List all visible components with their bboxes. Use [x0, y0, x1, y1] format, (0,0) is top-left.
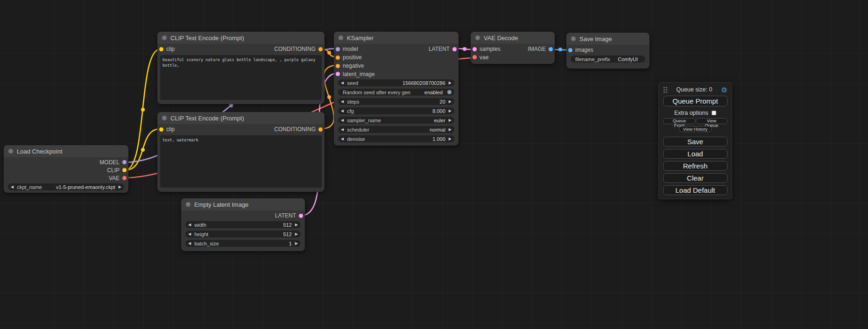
seed-widget[interactable]: ◀ seed 156680208700286 ▶ [338, 79, 454, 86]
arrow-right-icon[interactable]: ▶ [295, 223, 298, 227]
model-input-dot[interactable] [336, 47, 340, 51]
node-save-image[interactable]: Save Image images filename_prefix ComfyU… [566, 33, 649, 69]
steps-widget[interactable]: ◀ steps 20 ▶ [338, 98, 454, 105]
node-title: CLIP Text Encode (Prompt) [170, 35, 244, 42]
samples-input-dot[interactable] [473, 47, 477, 51]
load-button[interactable]: Load [663, 149, 727, 159]
latent-image-input-dot[interactable] [336, 72, 340, 76]
load-default-button[interactable]: Load Default [663, 185, 727, 195]
queue-menu-header: Queue size: 0 ⚙ [663, 86, 727, 93]
height-widget[interactable]: ◀ height 512 ▶ [185, 231, 301, 238]
view-history-button[interactable]: View History [679, 126, 712, 132]
view-queue-button[interactable]: View Queue [696, 118, 727, 124]
collapse-dot-icon[interactable] [186, 202, 191, 207]
arrow-left-icon[interactable]: ◀ [341, 100, 344, 104]
positive-prompt-textarea[interactable]: beautiful scenery nature glass bottle la… [160, 55, 322, 100]
collapse-dot-icon[interactable] [475, 35, 480, 40]
clip-output-dot[interactable] [122, 168, 127, 172]
output-slot-model: MODEL [4, 158, 128, 166]
cfg-widget[interactable]: ◀ cfg 8.000 ▶ [338, 107, 454, 114]
node-title-bar[interactable]: VAE Decode [471, 32, 555, 44]
output-slot-latent: LATENT [181, 211, 305, 220]
arrow-right-icon[interactable]: ▶ [119, 185, 121, 189]
arrow-left-icon[interactable]: ◀ [341, 128, 344, 132]
output-slot-clip: CLIP [4, 166, 128, 174]
input-slot-vae: vae [471, 53, 555, 61]
collapse-dot-icon[interactable] [8, 149, 13, 154]
input-slot-clip: clip [159, 126, 175, 133]
images-input-dot[interactable] [568, 48, 572, 52]
node-title-bar[interactable]: Save Image [566, 33, 649, 45]
conditioning-output-dot[interactable] [318, 47, 323, 51]
width-widget[interactable]: ◀ width 512 ▶ [185, 221, 301, 228]
vae-input-dot[interactable] [473, 55, 477, 59]
random-seed-toggle-widget[interactable]: Random seed after every gen enabled [338, 89, 454, 96]
arrow-right-icon[interactable]: ▶ [449, 109, 452, 113]
positive-input-dot[interactable] [336, 56, 340, 60]
arrow-right-icon[interactable]: ▶ [449, 81, 452, 85]
refresh-button[interactable]: Refresh [663, 161, 727, 171]
output-slot-image: IMAGE [528, 46, 553, 52]
arrow-left-icon[interactable]: ◀ [341, 81, 344, 85]
image-output-dot[interactable] [549, 47, 553, 51]
filename-prefix-widget[interactable]: filename_prefix ComfyUI [571, 56, 645, 63]
output-slot-conditioning: CONDITIONING [274, 46, 323, 52]
node-clip-text-encode-negative[interactable]: CLIP Text Encode (Prompt) clip CONDITION… [157, 112, 325, 192]
arrow-left-icon[interactable]: ◀ [341, 119, 344, 122]
collapse-dot-icon[interactable] [162, 35, 167, 40]
extra-options-row: Extra options [663, 110, 727, 116]
collapse-dot-icon[interactable] [162, 116, 167, 120]
batch-size-widget[interactable]: ◀ batch_size 1 ▶ [185, 240, 301, 247]
node-title-bar[interactable]: CLIP Text Encode (Prompt) [157, 32, 325, 44]
node-title-bar[interactable]: CLIP Text Encode (Prompt) [157, 112, 325, 124]
queue-prompt-button[interactable]: Queue Prompt [663, 96, 727, 106]
drag-handle-icon[interactable] [663, 86, 667, 93]
scheduler-widget[interactable]: ◀ scheduler normal ▶ [338, 126, 454, 133]
ckpt-name-widget[interactable]: ◀ ckpt_name v1-5-pruned-emaonly.ckpt ▶ [8, 183, 124, 190]
latent-output-dot[interactable] [299, 214, 303, 218]
node-vae-decode[interactable]: VAE Decode samples IMAGE vae [471, 32, 555, 64]
negative-input-dot[interactable] [336, 64, 340, 68]
negative-prompt-textarea[interactable]: text, watermark [160, 135, 322, 188]
node-load-checkpoint[interactable]: Load Checkpoint MODEL CLIP VAE ◀ ckpt_na… [4, 145, 128, 193]
arrow-left-icon[interactable]: ◀ [341, 137, 344, 141]
model-output-dot[interactable] [122, 160, 127, 164]
node-title: Empty Latent Image [194, 201, 248, 208]
node-clip-text-encode-positive[interactable]: CLIP Text Encode (Prompt) clip CONDITION… [157, 32, 325, 104]
extra-options-checkbox[interactable] [712, 111, 716, 115]
node-ksampler[interactable]: KSampler model LATENT positive negative … [334, 32, 459, 146]
arrow-right-icon[interactable]: ▶ [449, 128, 452, 132]
toggle-indicator-icon[interactable] [447, 90, 452, 94]
arrow-right-icon[interactable]: ▶ [295, 232, 298, 236]
collapse-dot-icon[interactable] [571, 36, 576, 41]
queue-front-button[interactable]: Queue Front [663, 118, 696, 124]
sampler-name-widget[interactable]: ◀ sampler_name euler ▶ [338, 117, 454, 124]
arrow-right-icon[interactable]: ▶ [449, 137, 452, 141]
arrow-left-icon[interactable]: ◀ [11, 185, 14, 189]
input-slot-negative: negative [334, 62, 459, 70]
denoise-widget[interactable]: ◀ denoise 1.000 ▶ [338, 135, 454, 142]
node-title-bar[interactable]: Load Checkpoint [4, 145, 128, 157]
clip-input-dot[interactable] [159, 127, 163, 132]
extra-options-label: Extra options [674, 110, 708, 116]
node-title: Load Checkpoint [17, 148, 63, 155]
arrow-left-icon[interactable]: ◀ [188, 232, 191, 236]
clear-button[interactable]: Clear [663, 173, 727, 183]
arrow-right-icon[interactable]: ▶ [295, 242, 298, 245]
conditioning-output-dot[interactable] [318, 127, 323, 132]
latent-output-dot[interactable] [452, 47, 457, 51]
arrow-left-icon[interactable]: ◀ [341, 109, 344, 113]
vae-output-dot[interactable] [122, 176, 127, 180]
node-title-bar[interactable]: KSampler [334, 32, 459, 44]
save-button[interactable]: Save [663, 137, 727, 147]
arrow-left-icon[interactable]: ◀ [188, 223, 191, 227]
collapse-dot-icon[interactable] [339, 35, 343, 40]
clip-input-dot[interactable] [159, 47, 163, 51]
node-title-bar[interactable]: Empty Latent Image [181, 198, 305, 210]
arrow-left-icon[interactable]: ◀ [188, 242, 191, 245]
settings-gear-icon[interactable]: ⚙ [721, 86, 727, 93]
input-slot-samples: samples [473, 46, 501, 52]
node-empty-latent-image[interactable]: Empty Latent Image LATENT ◀ width 512 ▶ … [181, 198, 305, 251]
arrow-right-icon[interactable]: ▶ [449, 100, 452, 104]
arrow-right-icon[interactable]: ▶ [449, 119, 452, 122]
